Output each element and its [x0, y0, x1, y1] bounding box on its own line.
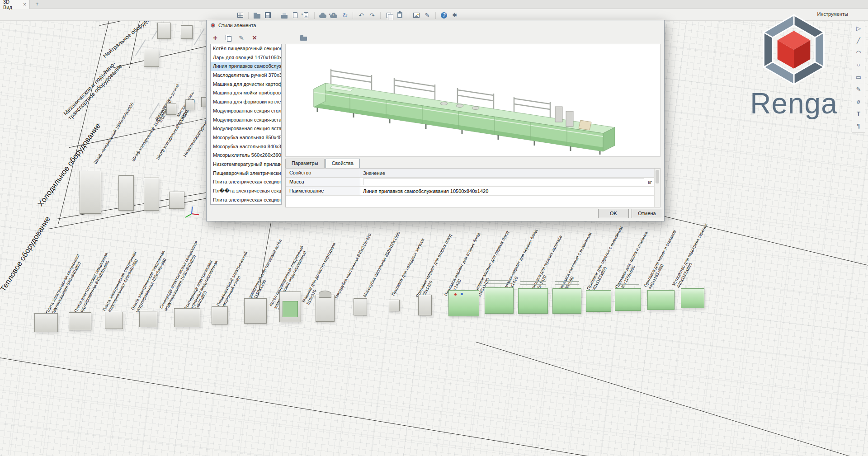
ok-button[interactable]: OK: [598, 209, 629, 218]
document-icon[interactable]: [301, 10, 311, 21]
micro-label-stroke: [194, 28, 205, 45]
style-list-item[interactable]: Модулированная секция-вставка: [211, 124, 281, 133]
naming-value-field[interactable]: Линия прилавков самообслуживания 10500x8…: [360, 187, 660, 195]
rectangle-tool-icon[interactable]: [854, 73, 863, 81]
kettle-model[interactable]: [316, 295, 335, 322]
style-list-item[interactable]: Модулированная секция-вставка: [211, 116, 281, 125]
help-icon[interactable]: [439, 10, 449, 21]
style-preview-3d[interactable]: [285, 44, 660, 157]
dimension-tool-icon[interactable]: [854, 98, 863, 106]
line-tool-icon[interactable]: [854, 37, 863, 45]
new-tab-icon[interactable]: [33, 1, 41, 8]
equipment-model[interactable]: [139, 311, 157, 327]
boiler-model[interactable]: [279, 291, 301, 322]
equipment-model[interactable]: [144, 49, 159, 67]
counter-model[interactable]: [681, 288, 704, 308]
scrollbar-thumb[interactable]: [656, 170, 659, 183]
image-icon[interactable]: [411, 10, 421, 21]
open-icon[interactable]: [252, 10, 262, 21]
fridge-chest-model[interactable]: [169, 192, 184, 209]
close-tab-icon[interactable]: [23, 1, 26, 8]
equipment-model[interactable]: [69, 312, 91, 330]
export-icon[interactable]: [290, 10, 300, 21]
edit-style-icon[interactable]: [237, 34, 245, 42]
equipment-model[interactable]: [181, 25, 193, 39]
equipment-model[interactable]: [418, 295, 432, 315]
fridge-cabinet-model[interactable]: [118, 175, 134, 211]
equipment-model[interactable]: [212, 306, 228, 324]
dialog-tabs: Параметры Свойства: [285, 159, 361, 168]
style-list-item[interactable]: Котёл пищеварочный секционны: [211, 44, 281, 53]
cloud-sync-icon[interactable]: [318, 10, 328, 21]
fridge-cabinet-model[interactable]: [80, 171, 101, 214]
table-tool-icon[interactable]: [854, 122, 863, 130]
style-list-item[interactable]: Плита электрическая секционна: [211, 196, 281, 205]
style-list-item[interactable]: Мясорубка напольная 850x450x1: [211, 133, 281, 142]
cloud-upload-icon[interactable]: [329, 10, 339, 21]
style-list-item[interactable]: Мясорубка настольная 840x310x: [211, 142, 281, 151]
pencil-tool-icon[interactable]: [854, 85, 863, 94]
mass-value-field[interactable]: [363, 179, 644, 185]
counter-model[interactable]: [448, 290, 479, 316]
select-tool-icon[interactable]: [854, 24, 863, 33]
dialog-title-bar[interactable]: Стили элемента: [207, 20, 664, 30]
print-icon[interactable]: [279, 10, 289, 21]
cancel-button[interactable]: Отмена: [632, 209, 662, 218]
redo-icon[interactable]: [367, 10, 377, 21]
tab-parameters[interactable]: Параметры: [285, 159, 325, 168]
open-style-library-icon[interactable]: [300, 34, 308, 42]
circle-tool-icon[interactable]: [854, 61, 863, 69]
text-tool-icon[interactable]: [854, 110, 863, 118]
style-list-item[interactable]: Машина для дочистки картофел: [211, 80, 281, 89]
tray-item: [454, 293, 457, 296]
equipment-model[interactable]: [34, 313, 58, 332]
style-list-item[interactable]: Ларь для овощей 1470x1050x1500: [211, 53, 281, 62]
properties-scrollbar[interactable]: [654, 169, 660, 207]
equipment-model[interactable]: [185, 99, 194, 110]
header-value: Значение: [360, 169, 660, 177]
style-list-item[interactable]: Машина для мойки приборов 21: [211, 89, 281, 98]
counter-model[interactable]: [586, 290, 611, 312]
style-list-item[interactable]: Плита электрическая секционна: [211, 178, 281, 187]
section-title-thermal: Тепловое оборудование: [0, 215, 52, 293]
fridge-cabinet-model[interactable]: [144, 178, 159, 211]
boiler-front-panel: [283, 301, 298, 317]
style-list-item[interactable]: Машина для формовки котлет 6: [211, 98, 281, 107]
counter-model[interactable]: [518, 288, 548, 314]
annotate-icon[interactable]: [422, 10, 432, 21]
equipment-model[interactable]: [105, 312, 123, 329]
style-list-item[interactable]: Маслоделитель ручной 370x380x: [211, 71, 281, 80]
undo-icon[interactable]: [356, 10, 366, 21]
counter-model[interactable]: [615, 288, 641, 311]
properties-table: Свойство Значение Масса кг Наименование …: [285, 168, 660, 207]
counter-model[interactable]: [552, 288, 581, 314]
save-icon[interactable]: [263, 10, 273, 21]
style-list-item[interactable]: Мясорыхлитель 560x260x390: [211, 151, 281, 160]
toolbar-separator: [353, 12, 353, 19]
equipment-model[interactable]: [174, 308, 200, 327]
copy-icon[interactable]: [384, 10, 394, 21]
paste-icon[interactable]: [395, 10, 405, 21]
style-list-item[interactable]: Низкотемпературный прилавок: [211, 160, 281, 169]
table-row: Масса кг: [286, 178, 660, 187]
style-list-item[interactable]: Пл��та электрическая секционна: [211, 187, 281, 196]
add-style-icon[interactable]: [211, 34, 219, 42]
grid-view-icon[interactable]: [235, 10, 245, 21]
sync-icon g-sync[interactable]: [340, 10, 349, 21]
arc-tool-icon[interactable]: [854, 49, 863, 57]
equipment-model[interactable]: [157, 23, 171, 39]
style-list-item[interactable]: Пищеварочный электрический к: [211, 169, 281, 178]
counter-model[interactable]: [647, 290, 675, 310]
duplicate-style-icon[interactable]: [224, 34, 232, 42]
style-list-item[interactable]: Модулированная секция стол 14: [211, 107, 281, 116]
delete-style-icon[interactable]: [250, 34, 259, 42]
equipment-model[interactable]: [389, 300, 400, 311]
settings-icon[interactable]: [450, 10, 460, 21]
equipment-model[interactable]: [244, 298, 267, 324]
tab-properties[interactable]: Свойства: [326, 159, 360, 168]
style-list-item-selected[interactable]: Линия прилавков самообслужив: [211, 62, 281, 71]
equipment-model[interactable]: [166, 103, 176, 115]
tab-3d-view[interactable]: 3D Вид: [0, 0, 30, 9]
counter-model[interactable]: [485, 287, 514, 314]
equipment-model[interactable]: [354, 298, 367, 315]
